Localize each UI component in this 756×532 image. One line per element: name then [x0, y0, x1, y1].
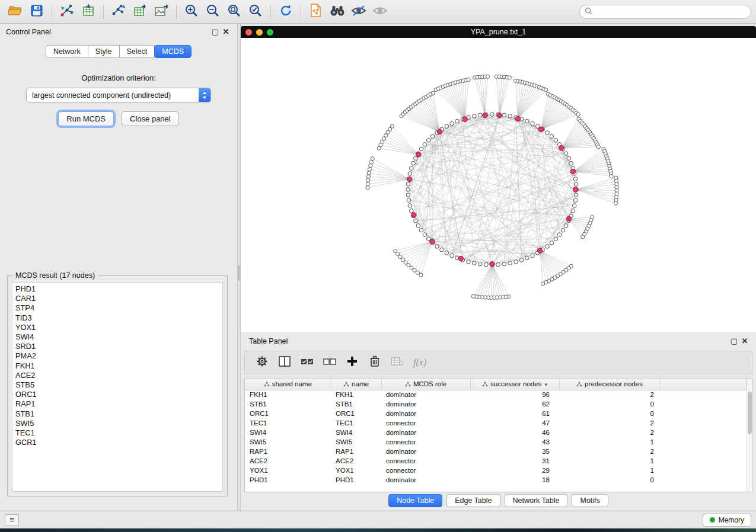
cell-shared-name[interactable]: PHD1: [245, 475, 331, 485]
cell-filler[interactable]: [660, 437, 747, 447]
zoom-selected-button[interactable]: [245, 3, 266, 21]
search-input[interactable]: [595, 8, 746, 16]
table-row[interactable]: TEC1TEC1connector472: [245, 418, 747, 428]
cell-predecessor-nodes[interactable]: 0: [559, 399, 660, 409]
column-header-name[interactable]: name: [331, 379, 381, 390]
tab-edge-table[interactable]: Edge Table: [446, 494, 500, 507]
cell-successor-nodes[interactable]: 61: [470, 409, 559, 418]
mcds-result-item[interactable]: FKH1: [15, 361, 219, 371]
export-network-button[interactable]: [108, 3, 129, 21]
cell-mcds-role[interactable]: connector: [381, 418, 470, 428]
tab-network[interactable]: Network: [46, 45, 88, 58]
column-header-mcds-role[interactable]: MCDS role: [381, 379, 470, 390]
column-header-predecessor-nodes[interactable]: predecessor nodes: [559, 379, 660, 390]
import-network-button[interactable]: [56, 3, 78, 21]
cell-shared-name[interactable]: ACE2: [245, 456, 331, 466]
close-panel-icon[interactable]: ✕: [221, 27, 231, 37]
cell-name[interactable]: SWI5: [331, 437, 381, 447]
create-column-button[interactable]: [343, 354, 361, 371]
task-history-button[interactable]: ≡: [5, 514, 19, 526]
tab-mcds[interactable]: MCDS: [154, 45, 192, 58]
table-row[interactable]: PHD1PHD1dominator180: [245, 475, 747, 485]
cell-successor-nodes[interactable]: 35: [470, 447, 559, 456]
cell-mcds-role[interactable]: dominator: [381, 399, 470, 409]
table-scrollbar-thumb[interactable]: [748, 392, 752, 434]
cell-name[interactable]: YOX1: [331, 466, 381, 475]
cell-name[interactable]: SWI4: [331, 428, 381, 437]
cell-name[interactable]: STB1: [331, 399, 381, 409]
cell-predecessor-nodes[interactable]: 1: [559, 456, 660, 466]
show-all-button[interactable]: [369, 3, 391, 21]
table-scrollbar[interactable]: [747, 379, 752, 492]
cell-mcds-role[interactable]: dominator: [381, 390, 470, 399]
zoom-fit-button[interactable]: [224, 3, 245, 21]
cell-filler[interactable]: [660, 447, 747, 456]
table-row[interactable]: YOX1YOX1connector291: [245, 466, 747, 475]
cell-mcds-role[interactable]: connector: [381, 456, 470, 466]
cell-successor-nodes[interactable]: 18: [470, 475, 559, 485]
delete-column-button[interactable]: [366, 354, 384, 371]
mcds-result-item[interactable]: TEC1: [15, 428, 219, 438]
cell-name[interactable]: RAP1: [331, 447, 381, 456]
cell-predecessor-nodes[interactable]: 0: [559, 475, 660, 485]
cell-mcds-role[interactable]: connector: [381, 466, 470, 475]
select-all-columns-button[interactable]: [298, 354, 316, 371]
memory-button[interactable]: Memory: [703, 514, 751, 527]
cell-shared-name[interactable]: FKH1: [245, 390, 331, 399]
cell-mcds-role[interactable]: dominator: [381, 428, 470, 437]
mcds-result-item[interactable]: SRD1: [15, 342, 219, 351]
cell-successor-nodes[interactable]: 47: [470, 418, 559, 428]
mcds-result-item[interactable]: YOX1: [15, 323, 219, 332]
mcds-result-item[interactable]: RAP1: [15, 399, 219, 409]
cell-shared-name[interactable]: STB1: [245, 399, 331, 409]
hide-selected-button[interactable]: [348, 3, 369, 21]
unselect-all-columns-button[interactable]: [321, 354, 339, 371]
table-row[interactable]: SWI5SWI5connector431: [245, 437, 747, 447]
cell-name[interactable]: FKH1: [331, 390, 381, 399]
table-row[interactable]: FKH1FKH1dominator962: [245, 390, 747, 399]
table-row[interactable]: RAP1RAP1dominator352: [245, 447, 747, 456]
cell-filler[interactable]: [660, 418, 747, 428]
cell-filler[interactable]: [660, 428, 747, 437]
cell-predecessor-nodes[interactable]: 2: [559, 447, 660, 456]
mcds-result-item[interactable]: ACE2: [15, 371, 219, 380]
float-table-panel-icon[interactable]: ▢: [729, 336, 739, 347]
cell-successor-nodes[interactable]: 96: [470, 390, 559, 399]
table-row[interactable]: SWI4SWI4dominator462: [245, 428, 747, 437]
table-row[interactable]: ACE2ACE2connector311: [245, 456, 747, 466]
cell-filler[interactable]: [660, 390, 747, 399]
zoom-out-button[interactable]: [202, 3, 224, 21]
tab-node-table[interactable]: Node Table: [388, 494, 442, 507]
float-window-icon[interactable]: ▢: [210, 27, 221, 37]
cell-shared-name[interactable]: ORC1: [245, 409, 331, 418]
cell-shared-name[interactable]: TEC1: [245, 418, 331, 428]
mcds-result-item[interactable]: PMA2: [15, 351, 219, 361]
tab-network-table[interactable]: Network Table: [505, 494, 568, 507]
zoom-in-button[interactable]: [181, 3, 202, 21]
table-row[interactable]: ORC1ORC1dominator610: [245, 409, 747, 418]
close-mcds-panel-button[interactable]: Close panel: [122, 111, 179, 126]
cell-predecessor-nodes[interactable]: 2: [559, 418, 660, 428]
first-neighbors-button[interactable]: [305, 3, 327, 21]
cell-name[interactable]: TEC1: [331, 418, 381, 428]
mcds-result-item[interactable]: GCR1: [15, 438, 219, 447]
refresh-button[interactable]: [275, 3, 296, 21]
cell-shared-name[interactable]: SWI4: [245, 428, 331, 437]
cell-shared-name[interactable]: YOX1: [245, 466, 331, 475]
mcds-result-item[interactable]: STB5: [15, 380, 219, 390]
export-image-button[interactable]: [151, 3, 172, 21]
cell-mcds-role[interactable]: connector: [381, 437, 470, 447]
table-settings-button[interactable]: [253, 354, 271, 371]
tab-select[interactable]: Select: [119, 45, 155, 58]
close-table-panel-icon[interactable]: ✕: [739, 336, 750, 347]
save-session-button[interactable]: [26, 3, 47, 21]
mcds-result-item[interactable]: STP4: [15, 303, 219, 313]
mcds-result-item[interactable]: SWI5: [15, 419, 219, 428]
tab-motifs[interactable]: Motifs: [572, 494, 608, 507]
cell-shared-name[interactable]: RAP1: [245, 447, 331, 456]
run-mcds-button[interactable]: Run MCDS: [58, 111, 114, 126]
mcds-result-item[interactable]: TID3: [15, 313, 219, 323]
mcds-result-item[interactable]: ORC1: [15, 390, 219, 399]
cell-successor-nodes[interactable]: 62: [470, 399, 559, 409]
splitter-grip[interactable]: [238, 265, 240, 281]
